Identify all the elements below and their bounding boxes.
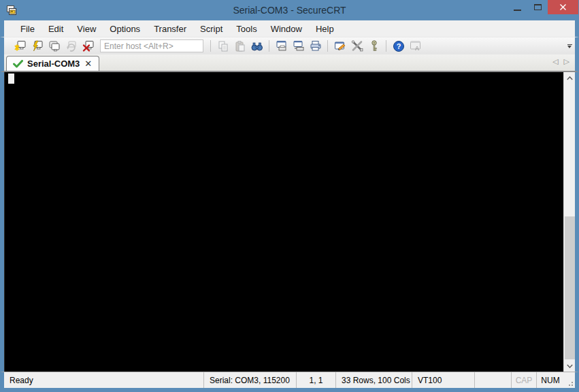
menu-window[interactable]: Window xyxy=(264,22,309,36)
paste-button xyxy=(232,39,248,54)
paste-icon xyxy=(234,40,246,52)
vertical-scrollbar[interactable] xyxy=(563,72,575,372)
maximize-icon xyxy=(534,4,542,10)
menu-tools[interactable]: Tools xyxy=(229,22,263,36)
copy-icon xyxy=(217,40,229,52)
status-bar: Ready Serial: COM3, 115200 1, 1 33 Rows,… xyxy=(0,372,579,388)
tab-bar: Serial-COM3 ✕ ◁ ▷ xyxy=(0,54,579,72)
appearance-button: A xyxy=(408,39,423,54)
menu-script[interactable]: Script xyxy=(193,22,229,36)
auto-print-icon xyxy=(292,39,305,52)
help-button[interactable]: ? xyxy=(391,39,406,54)
svg-text:A: A xyxy=(414,45,419,52)
tab-serial-com3[interactable]: Serial-COM3 ✕ xyxy=(6,56,99,71)
connected-check-icon xyxy=(13,60,23,68)
scroll-down-button[interactable] xyxy=(564,360,576,372)
status-cursor-position: 1, 1 xyxy=(297,372,336,388)
scrollbar-thumb[interactable] xyxy=(565,216,575,359)
menu-file[interactable]: File xyxy=(14,22,42,36)
copy-button xyxy=(215,39,231,54)
menu-bar: File Edit View Options Transfer Script T… xyxy=(0,20,579,37)
find-button[interactable] xyxy=(249,39,265,54)
disconnect-button[interactable] xyxy=(80,39,96,54)
appearance-icon: A xyxy=(409,39,423,52)
toolbar: ? A xyxy=(0,37,579,54)
close-button[interactable] xyxy=(548,0,578,14)
print-screen-icon xyxy=(275,39,288,52)
status-blank xyxy=(475,372,512,388)
securecrt-window: Serial-COM3 - SecureCRT File Edit View O… xyxy=(0,0,579,392)
tab-close-icon[interactable]: ✕ xyxy=(84,59,93,68)
disconnect-icon xyxy=(82,39,95,52)
terminal-row xyxy=(0,72,579,372)
session-options-button[interactable] xyxy=(332,39,348,54)
terminal-cursor xyxy=(8,74,14,84)
tab-scroll-right-icon[interactable]: ▷ xyxy=(564,58,569,65)
global-options-icon xyxy=(350,39,364,52)
app-icon xyxy=(5,4,18,16)
resize-grip[interactable] xyxy=(564,372,575,388)
status-dimensions: 33 Rows, 100 Cols xyxy=(336,372,412,388)
connect-icon xyxy=(31,39,44,52)
print-icon xyxy=(309,39,322,52)
agent-key-button[interactable] xyxy=(366,39,382,54)
connect-in-tab-button[interactable] xyxy=(46,39,62,54)
quick-connect-icon xyxy=(14,39,27,52)
minimize-button[interactable] xyxy=(507,0,527,14)
print-screen-button[interactable] xyxy=(274,39,289,54)
status-connection: Serial: COM3, 115200 xyxy=(204,372,297,388)
minimize-icon xyxy=(514,10,521,11)
auto-print-button[interactable] xyxy=(291,39,306,54)
status-num-lock: NUM xyxy=(537,372,564,388)
connect-in-tab-icon xyxy=(48,39,61,52)
grip-dots-icon xyxy=(572,385,573,386)
window-frame-bottom xyxy=(0,388,579,392)
key-icon xyxy=(369,39,380,52)
toolbar-overflow-button[interactable] xyxy=(565,44,574,48)
quick-connect-button[interactable] xyxy=(12,39,28,54)
chevron-down-icon xyxy=(567,46,572,48)
tab-scroll-controls: ◁ ▷ xyxy=(552,58,569,65)
toolbar-separator xyxy=(210,40,211,52)
host-input[interactable] xyxy=(100,39,203,52)
toolbar-separator xyxy=(386,40,386,52)
menu-options[interactable]: Options xyxy=(103,22,147,36)
maximize-button[interactable] xyxy=(527,0,548,14)
global-options-button[interactable] xyxy=(349,39,365,54)
window-title: Serial-COM3 - SecureCRT xyxy=(0,0,579,20)
close-icon xyxy=(559,3,567,11)
terminal-screen[interactable] xyxy=(4,72,563,372)
menu-edit[interactable]: Edit xyxy=(42,22,70,36)
scroll-up-button[interactable] xyxy=(564,72,576,84)
menu-view[interactable]: View xyxy=(70,22,103,36)
toolbar-separator xyxy=(269,40,269,52)
tab-scroll-left-icon[interactable]: ◁ xyxy=(552,58,558,65)
reconnect-button xyxy=(63,39,79,54)
menu-help[interactable]: Help xyxy=(309,22,341,36)
help-icon: ? xyxy=(393,40,405,52)
toolbar-separator xyxy=(327,40,328,52)
overflow-bar-icon xyxy=(567,44,572,45)
window-controls xyxy=(507,0,579,20)
chevron-down-icon xyxy=(567,364,573,368)
find-icon xyxy=(250,40,263,52)
session-options-icon xyxy=(333,39,347,52)
reconnect-icon xyxy=(65,39,78,52)
menu-transfer[interactable]: Transfer xyxy=(147,22,193,36)
title-bar: Serial-COM3 - SecureCRT xyxy=(0,0,579,20)
tab-label: Serial-COM3 xyxy=(27,59,80,69)
status-ready: Ready xyxy=(4,372,204,388)
print-button[interactable] xyxy=(308,39,323,54)
svg-text:?: ? xyxy=(396,42,401,50)
status-emulation: VT100 xyxy=(412,372,475,388)
chevron-up-icon xyxy=(567,76,573,80)
connect-button[interactable] xyxy=(29,39,45,54)
status-caps-lock: CAP xyxy=(512,372,537,388)
